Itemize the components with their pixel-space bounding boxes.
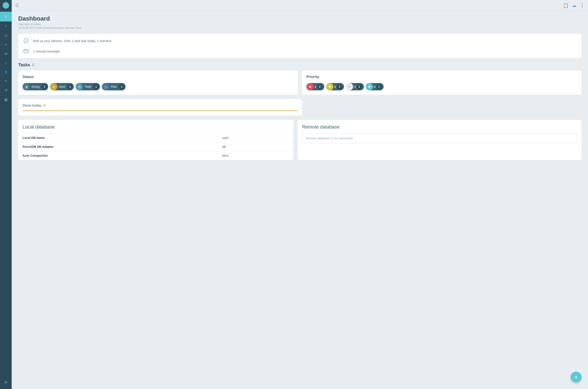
- sidebar-item-tools[interactable]: ✂: [0, 76, 12, 86]
- hamburger-menu-button[interactable]: ☰: [15, 3, 19, 8]
- page-title: Dashboard: [18, 15, 582, 22]
- task-info-text: Roll up your sleeves. Only 1 task due to…: [33, 39, 111, 43]
- sidebar-item-search[interactable]: ⌕: [0, 59, 12, 68]
- table-row: Auto Compaction false: [18, 151, 293, 160]
- todo-count: 1: [93, 84, 99, 90]
- p3-num: 3: [354, 85, 356, 88]
- content-area: Dashboard TUE SEP 22 2020 18:58:28 GMT+0…: [12, 11, 588, 389]
- p1-nums: 1 2: [314, 84, 324, 90]
- clipboard-icon[interactable]: 📋: [563, 3, 568, 8]
- p3-count: 1: [357, 84, 362, 90]
- db-row-value-0: vault: [218, 133, 293, 142]
- status-plan-badge[interactable]: ◷ Plan 1: [102, 83, 126, 90]
- priority-1-badge[interactable]: ★ 1 2: [306, 83, 324, 90]
- time-display: 18:58:28 GMT+0200 (Central European Summ…: [18, 27, 582, 30]
- priority-card-title: Priority: [306, 75, 577, 79]
- next-icon: ◎: [50, 83, 57, 90]
- p4-nums: 4 1: [373, 84, 384, 90]
- done-today-title: Done today: 0: [23, 103, 298, 108]
- local-db-table: Local DB Name vault PouchDB DB Adapter i…: [18, 133, 293, 160]
- sidebar-item-notes[interactable]: ◻: [0, 31, 12, 40]
- doing-label: Doing: [30, 85, 41, 88]
- topbar-left: ☰: [15, 3, 19, 8]
- priority-card: Priority ★ 1 2 ★ 2 1: [302, 70, 582, 95]
- sidebar-item-history[interactable]: ↺: [0, 86, 12, 95]
- gear-icon: ⚙: [4, 380, 7, 384]
- next-label: Next: [57, 85, 67, 88]
- sidebar: ⌂ ✓ ◻ ≡ ✉ ⌕ 👤 ✂ ↺ ▦ ⚙: [0, 0, 12, 389]
- sidebar-item-settings[interactable]: ⚙: [0, 378, 12, 387]
- table-row: PouchDB DB Adapter idb: [18, 142, 293, 151]
- check-icon: ✓: [4, 24, 7, 28]
- p1-num: 1: [315, 85, 316, 88]
- topbar: ☰ 📋 ☁ ⋮: [12, 0, 588, 11]
- p3-icon: ★: [346, 83, 353, 90]
- sidebar-item-tasks[interactable]: ✓: [0, 21, 12, 31]
- priority-4-badge[interactable]: ★ 4 1: [366, 83, 384, 90]
- app-logo[interactable]: [2, 2, 9, 9]
- db-row-key-2: Auto Compaction: [18, 151, 218, 160]
- storage-icon: ▦: [4, 97, 8, 102]
- message-info-text: 1 unread message: [33, 49, 60, 53]
- p2-nums: 2 1: [334, 84, 344, 90]
- tasks-label: Tasks: [18, 63, 30, 67]
- db-row-value-1: idb: [218, 142, 293, 151]
- table-row: Local DB Name vault: [18, 133, 293, 142]
- fab-button[interactable]: +: [571, 372, 582, 383]
- priority-2-badge[interactable]: ★ 2 1: [326, 83, 344, 90]
- doing-icon: ◑: [23, 83, 30, 90]
- status-next-badge[interactable]: ◎ Next 1: [50, 83, 74, 90]
- sidebar-item-list[interactable]: ≡: [0, 40, 12, 49]
- remote-db-card: Remote database Remote database is not c…: [298, 120, 582, 160]
- plan-count: 1: [119, 84, 125, 90]
- status-priority-row: Status ◑ Doing 1 ◎ Next 1 ◔ Todo: [18, 70, 582, 95]
- message-info-row: 1 unread message: [23, 48, 577, 55]
- p4-icon: ★: [366, 83, 373, 90]
- message-mail-icon: [23, 48, 29, 55]
- db-row-key-1: PouchDB DB Adapter: [18, 142, 218, 151]
- sidebar-item-storage[interactable]: ▦: [0, 95, 12, 104]
- search-icon: ⌕: [5, 61, 7, 65]
- task-check-icon: [23, 37, 29, 44]
- date-display: TUE SEP 22 2020: [18, 23, 582, 26]
- info-card: Roll up your sleeves. Only 1 task due to…: [18, 34, 582, 58]
- doing-count: 1: [41, 84, 47, 90]
- more-vert-icon[interactable]: ⋮: [580, 2, 585, 8]
- p4-count: 1: [376, 84, 382, 90]
- cloud-off-icon[interactable]: ☁: [572, 3, 576, 8]
- home-icon: ⌂: [5, 14, 7, 19]
- p3-nums: 3 1: [353, 84, 364, 90]
- p2-icon: ★: [326, 83, 334, 90]
- remote-db-status: Remote database is not connected: [302, 133, 577, 143]
- wrench-icon: ✂: [4, 79, 7, 83]
- done-today-card: Done today: 0: [18, 99, 302, 116]
- status-badges: ◑ Doing 1 ◎ Next 1 ◔ Todo 1: [23, 83, 293, 90]
- p1-icon: ★: [306, 83, 314, 90]
- p2-count: 1: [337, 84, 342, 90]
- status-card-title: Status: [23, 75, 293, 79]
- history-icon: ↺: [4, 88, 7, 92]
- sidebar-item-mail[interactable]: ✉: [0, 49, 12, 59]
- done-progress-bar: [23, 110, 298, 111]
- mail-icon: ✉: [4, 52, 7, 56]
- overdue-count: 1: [97, 39, 99, 43]
- local-db-title: Local database: [18, 120, 293, 133]
- done-today-count: 0: [43, 103, 45, 107]
- p4-num: 4: [374, 85, 375, 88]
- status-todo-badge[interactable]: ◔ Todo 1: [76, 83, 100, 90]
- sidebar-item-user[interactable]: 👤: [0, 68, 12, 76]
- priority-3-badge[interactable]: ★ 3 1: [346, 83, 364, 90]
- db-row-key-0: Local DB Name: [18, 133, 218, 142]
- plan-icon: ◷: [102, 83, 109, 90]
- main-area: ☰ 📋 ☁ ⋮ Dashboard TUE SEP 22 2020 18:58:…: [12, 0, 588, 389]
- remote-db-title: Remote database: [302, 124, 577, 130]
- tasks-count: 4: [32, 63, 34, 67]
- status-doing-badge[interactable]: ◑ Doing 1: [23, 83, 48, 90]
- sidebar-item-home[interactable]: ⌂: [0, 12, 12, 21]
- local-db-card: Local database Local DB Name vault Pouch…: [18, 120, 293, 160]
- user-icon: 👤: [4, 70, 8, 74]
- todo-label: Todo: [83, 85, 93, 88]
- plan-label: Plan: [109, 85, 119, 88]
- fab-plus-icon: +: [574, 374, 578, 381]
- database-row: Local database Local DB Name vault Pouch…: [18, 120, 582, 160]
